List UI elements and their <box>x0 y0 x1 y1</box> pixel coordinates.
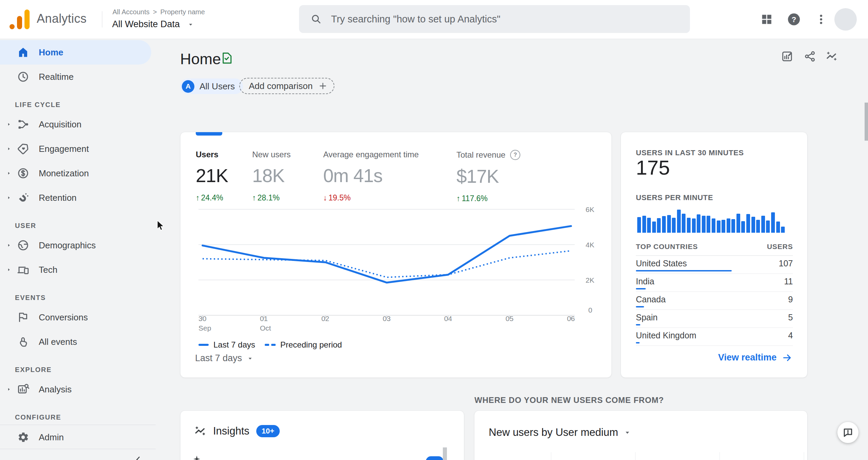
country-bar <box>636 306 644 307</box>
minute-bar <box>712 218 715 233</box>
sidebar-item-label: Tech <box>39 265 57 275</box>
new-users-card: New users by User medium <box>474 410 808 460</box>
expand-arrow-icon <box>6 171 12 176</box>
minute-bar <box>736 214 740 233</box>
insights-sparkle-icon <box>194 425 206 437</box>
sparkle-icon <box>193 455 201 460</box>
sidebar-item-analysis[interactable]: Analysis <box>0 377 151 402</box>
svg-text:03: 03 <box>383 315 390 322</box>
minute-bar <box>771 212 775 233</box>
minute-bar <box>741 221 745 233</box>
svg-text:4K: 4K <box>586 241 594 249</box>
sidebar-item-label: Retention <box>39 193 76 203</box>
breadcrumb[interactable]: All Accounts > Property name <box>112 8 205 16</box>
minute-bar <box>746 214 750 233</box>
add-comparison-label: Add comparison <box>249 81 313 91</box>
sidebar-item-engagement[interactable]: Engagement <box>0 137 151 161</box>
view-realtime-link[interactable]: View realtime <box>718 352 792 363</box>
sidebar-item-acquisition[interactable]: Acquisition <box>0 112 151 137</box>
users-column-header: USERS <box>767 243 793 251</box>
metric-value: 21K <box>196 165 228 187</box>
country-name: United States <box>636 259 687 268</box>
minute-bar <box>717 220 721 233</box>
minute-bar <box>707 216 710 233</box>
metric-label: Average engagement time <box>323 150 419 159</box>
country-row: Spain5 <box>636 310 793 328</box>
metric-value: $17K <box>456 165 520 187</box>
expand-arrow-icon <box>6 243 12 248</box>
sidebar-item-home[interactable]: Home <box>0 40 151 65</box>
feedback-button[interactable] <box>837 422 858 443</box>
insights-count-badge: 10+ <box>256 425 280 437</box>
country-bar <box>636 324 640 325</box>
sidebar-section-explore: EXPLORE <box>15 366 156 374</box>
chevron-down-icon <box>624 429 631 436</box>
arrow-up-icon: ↑ <box>196 193 200 202</box>
svg-text:02: 02 <box>321 315 329 322</box>
country-users: 9 <box>788 295 793 304</box>
legend-label: Last 7 days <box>213 340 255 350</box>
caret-spacer <box>6 435 12 440</box>
sidebar-item-label: Acquisition <box>39 119 82 130</box>
caret-spacer <box>6 315 12 320</box>
metric-users[interactable]: Users21K↑24.4% <box>196 150 228 202</box>
add-comparison-button[interactable]: Add comparison <box>239 78 334 94</box>
minute-bar <box>781 227 785 233</box>
sidebar-section-configure: CONFIGURE <box>15 413 156 421</box>
minute-bar <box>642 216 646 233</box>
country-name: India <box>636 277 654 286</box>
new-users-section-heading: WHERE DO YOUR NEW USERS COME FROM? <box>474 395 664 405</box>
sidebar-item-monetization[interactable]: Monetization <box>0 161 151 185</box>
arrow-up-icon: ↑ <box>252 193 256 202</box>
sidebar-item-tech[interactable]: Tech <box>0 258 151 282</box>
collapse-sidebar-icon[interactable] <box>134 455 143 460</box>
more-menu-icon[interactable] <box>815 13 827 25</box>
all-users-chip[interactable]: A All Users <box>180 78 243 94</box>
share-icon[interactable] <box>804 50 816 63</box>
sidebar-item-demographics[interactable]: Demographics <box>0 233 151 258</box>
flag-icon <box>17 311 29 323</box>
chart-gridline <box>719 452 720 460</box>
overview-card: Users21K↑24.4%New users18K↑28.1%Average … <box>180 132 612 378</box>
help-icon[interactable]: ? <box>787 12 801 26</box>
chart-gridline <box>551 452 551 460</box>
apps-grid-icon[interactable] <box>761 13 773 25</box>
insights-sparkle-icon[interactable] <box>826 50 838 63</box>
sidebar-section-user: USER <box>15 222 156 230</box>
sidebar-item-conversions[interactable]: Conversions <box>0 305 151 330</box>
breadcrumb-property[interactable]: Property name <box>160 8 205 16</box>
expand-arrow-icon <box>6 146 12 152</box>
users-30min-value: 175 <box>636 156 670 179</box>
metric-new-users[interactable]: New users18K↑28.1% <box>252 150 291 202</box>
retention-magnet-icon <box>17 192 29 204</box>
sidebar-item-label: Engagement <box>39 144 89 154</box>
sidebar-item-label: Realtime <box>39 72 74 82</box>
new-users-dimension-selector[interactable]: New users by User medium <box>489 426 631 439</box>
date-range-selector[interactable]: Last 7 days <box>195 353 254 364</box>
clock-icon <box>17 71 29 83</box>
engagement-tag-icon <box>17 143 29 155</box>
users-per-minute-chart <box>637 208 787 233</box>
customize-report-icon[interactable] <box>781 50 793 63</box>
svg-text:0: 0 <box>588 306 592 314</box>
search-input[interactable] <box>330 13 690 25</box>
breadcrumb-all-accounts[interactable]: All Accounts <box>112 8 150 16</box>
avatar[interactable] <box>834 8 857 31</box>
insights-scrollbar[interactable] <box>443 447 447 460</box>
search-bar[interactable] <box>299 5 690 33</box>
sidebar-item-label: Analysis <box>39 384 72 395</box>
sidebar-item-label: Home <box>39 47 63 58</box>
page-scrollbar-thumb[interactable] <box>865 103 868 141</box>
metric-total-revenue[interactable]: Total revenue?$17K↑117.6% <box>456 150 520 203</box>
realtime-card: USERS IN LAST 30 MINUTES 175 USERS PER M… <box>621 132 808 378</box>
sidebar-item-retention[interactable]: Retention <box>0 185 151 210</box>
sidebar-nav: HomeRealtimeLIFE CYCLEAcquisitionEngagem… <box>0 39 156 449</box>
property-selector[interactable]: All Website Data <box>112 19 194 30</box>
sidebar-item-all-events[interactable]: All events <box>0 330 151 354</box>
metric-average-engagement-time[interactable]: Average engagement time0m 41s↓19.5% <box>323 150 419 202</box>
monetization-icon <box>17 167 29 179</box>
sidebar-item-admin[interactable]: Admin <box>0 425 151 449</box>
minute-bar <box>667 215 671 233</box>
sidebar-item-realtime[interactable]: Realtime <box>0 65 151 89</box>
help-circle-icon[interactable]: ? <box>510 150 520 160</box>
